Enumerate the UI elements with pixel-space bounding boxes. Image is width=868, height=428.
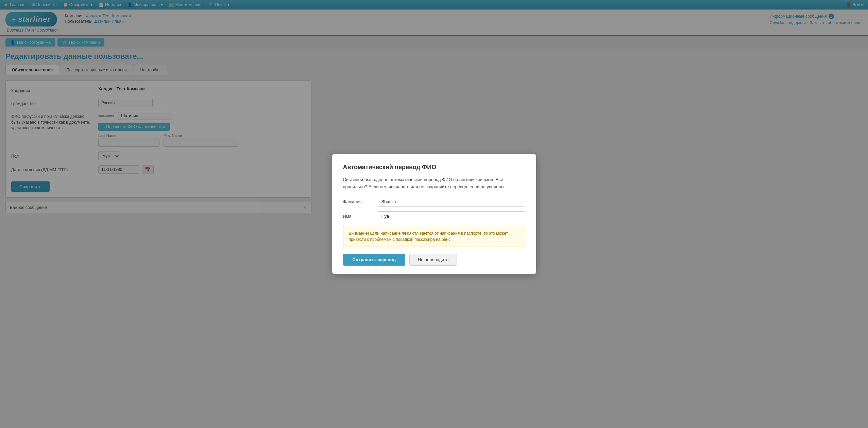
modal-description: Системой был сделан автоматический перев… xyxy=(343,176,525,191)
modal-save-button[interactable]: Сохранить перевод xyxy=(343,254,405,266)
modal-last-name-input[interactable] xyxy=(378,197,525,207)
modal-first-name-label: Имя: xyxy=(343,214,374,219)
modal-overlay: Автоматический перевод ФИО Системой был … xyxy=(0,0,868,428)
modal-first-name-field: Имя: xyxy=(343,211,525,221)
modal-warning: Внимание! Если написание ФИО отличается … xyxy=(343,226,525,247)
modal-footer: Сохранить перевод Не переводить xyxy=(343,254,525,266)
translation-modal: Автоматический перевод ФИО Системой был … xyxy=(332,154,536,274)
modal-last-name-field: Фамилия: xyxy=(343,197,525,207)
modal-first-name-input[interactable] xyxy=(378,211,525,221)
modal-cancel-button[interactable]: Не переводить xyxy=(409,254,457,266)
modal-title: Автоматический перевод ФИО xyxy=(343,164,525,171)
modal-last-name-label: Фамилия: xyxy=(343,199,374,204)
